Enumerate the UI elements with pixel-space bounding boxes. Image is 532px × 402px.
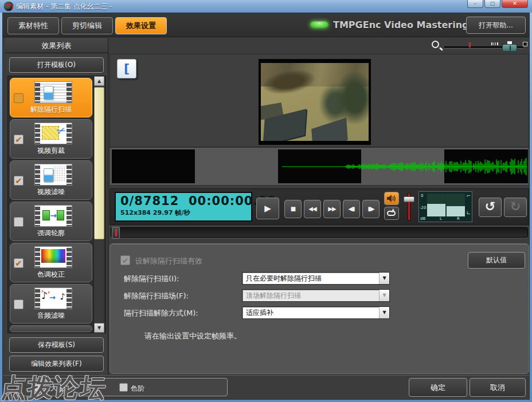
zoom-end-mark <box>523 42 527 46</box>
scroll-up-icon[interactable]: ▲ <box>94 76 104 86</box>
video-crop-icon: ✂ <box>34 123 72 144</box>
color-correction-icon <box>34 246 72 268</box>
meter-bar-right <box>447 194 465 216</box>
play-button[interactable]: ▶ <box>256 198 279 219</box>
list-item-edge-emphasis[interactable]: → 强调轮廓 <box>10 202 92 241</box>
effect-list: 解除隔行扫描 ✔ ✂ 视频剪裁 ✔ 视频滤噪 <box>7 76 106 333</box>
seek-handle[interactable] <box>112 227 120 239</box>
deinterlace-field-select: 顶场解除隔行扫描 ▼ <box>242 289 390 302</box>
video-preview-image <box>261 63 369 141</box>
cancel-button[interactable]: 取消 <box>470 378 526 397</box>
status-led-icon <box>310 21 328 28</box>
video-crop-checkbox[interactable]: ✔ <box>14 135 24 144</box>
volume-slider-handle[interactable] <box>404 196 414 202</box>
magnifier-icon <box>432 41 439 48</box>
list-item-partial[interactable] <box>10 325 92 332</box>
close-button[interactable]: ✕ <box>502 0 528 8</box>
list-item-color-correction[interactable]: ✔ 色调校正 <box>10 243 92 282</box>
loop-icon <box>387 211 396 216</box>
list-item-video-crop[interactable]: ✔ ✂ 视频剪裁 <box>10 119 92 159</box>
tab-effect-settings[interactable]: 效果设置 <box>115 17 167 34</box>
audio-waveform <box>110 149 529 183</box>
open-help-button[interactable]: 打开帮助... <box>466 17 526 34</box>
color-correction-checkbox[interactable]: ✔ <box>14 258 24 268</box>
audio-noise-checkbox[interactable] <box>14 299 24 309</box>
preview-options-group: 放大镜 色阶 <box>17 378 228 396</box>
deinterlace-method-select[interactable]: 适应插补 ▼ <box>242 306 390 319</box>
chevron-down-icon[interactable]: ▼ <box>379 307 389 318</box>
undo-button[interactable]: ↺ <box>479 198 502 217</box>
chevron-down-icon: ▼ <box>379 290 389 301</box>
meter-right-label: R <box>457 216 460 221</box>
speaker-icon <box>386 194 397 203</box>
effect-list-scrollbar[interactable]: ▲ ▼ <box>93 76 104 333</box>
list-item-deinterlace[interactable]: 解除隔行扫描 <box>10 78 92 117</box>
maximize-button[interactable]: ▢ <box>484 0 500 8</box>
loop-button[interactable] <box>384 207 399 220</box>
fast-forward-button[interactable]: ▶▶ <box>323 200 341 218</box>
deinterlace-icon <box>34 81 72 103</box>
preview-area: [ <box>109 54 529 147</box>
audio-mute-button[interactable] <box>384 192 399 205</box>
chevron-down-icon[interactable]: ▼ <box>379 273 389 284</box>
toolbar: 素材特性 剪切编辑 效果设置 TMPGEnc Video Mastering W… <box>3 13 529 37</box>
meter-bracket-bottom: ∟ <box>466 210 471 216</box>
meter-minus20-label: -20 <box>420 206 426 210</box>
edit-effect-list-button[interactable]: 编辑效果列表(F) <box>9 356 104 372</box>
deinterlace-checkbox[interactable] <box>14 93 24 103</box>
ok-button[interactable]: 确定 <box>409 378 467 397</box>
window-title: 编辑素材 - 第二集 点化幺二三 - <box>16 2 112 11</box>
scrollbar-thumb[interactable] <box>94 87 104 239</box>
titlebar[interactable]: 编辑素材 - 第二集 点化幺二三 - – ▢ ✕ <box>0 0 532 13</box>
enable-deinterlace-label: 设解除隔行扫描有效 <box>135 256 202 266</box>
save-template-button[interactable]: 保存模板(S) <box>9 337 104 353</box>
stop-button[interactable]: ■ <box>284 200 302 218</box>
list-item-video-noise[interactable]: ✔ 视频滤噪 <box>10 160 92 200</box>
meter-bracket-top: ⌐ <box>466 193 471 199</box>
enable-deinterlace-checkbox[interactable]: ✔ <box>120 255 130 265</box>
default-values-button[interactable]: 默认值 <box>468 252 525 269</box>
video-noise-checkbox[interactable]: ✔ <box>14 176 24 186</box>
frame-counter: 0/87812 00:00:00.00 512x384 29.97 帧/秒 <box>115 192 252 222</box>
magnifier-checkbox[interactable] <box>32 383 41 392</box>
deinterlace-settings-panel: ✔ 设解除隔行扫描有效 默认值 解除隔行扫描(I): 只在必要时解除隔行扫描 ▼… <box>109 243 529 374</box>
redo-button[interactable]: ↻ <box>504 198 527 217</box>
deinterlace-method-label: 隔行扫描解除方式(M): <box>124 308 198 318</box>
effect-list-header: 效果列表 <box>5 38 108 53</box>
zoom-tick-marks <box>491 42 498 45</box>
audio-noise-icon: ♪⚡⚡→♪ <box>34 287 72 309</box>
next-frame-button[interactable]: ▮▶ <box>362 200 380 218</box>
preview-zoom-bar <box>427 40 527 53</box>
tab-cut-edit[interactable]: 剪切编辑 <box>61 17 113 34</box>
seek-bar[interactable] <box>111 227 528 238</box>
meter-db-label: dB <box>420 216 425 221</box>
volume-slider[interactable] <box>401 191 416 222</box>
edge-emphasis-checkbox[interactable] <box>14 217 24 227</box>
levels-label: 色阶 <box>131 384 144 393</box>
scroll-down-icon[interactable]: ▼ <box>94 323 104 333</box>
video-noise-icon <box>34 164 72 186</box>
tab-clip-properties[interactable]: 素材特性 <box>7 17 59 34</box>
counter-format: 512x384 29.97 帧/秒 <box>120 208 247 217</box>
deinterlace-mode-label: 解除隔行扫描(I): <box>124 274 179 284</box>
open-template-button[interactable]: 打开模板(O) <box>9 57 104 73</box>
meter-left-label: L <box>440 216 442 221</box>
video-frame[interactable] <box>259 59 371 145</box>
list-item-audio-noise[interactable]: ♪⚡⚡→♪ 音频滤噪 <box>10 284 92 324</box>
magnifier-label: 放大镜 <box>44 384 64 393</box>
meter-bar-left <box>427 194 445 216</box>
levels-checkbox[interactable] <box>119 383 128 392</box>
rewind-button[interactable]: ◀◀ <box>304 200 321 218</box>
deinterlace-field-label: 解除隔行扫描场(F): <box>124 291 189 301</box>
deinterlace-mode-select[interactable]: 只在必要时解除隔行扫描 ▼ <box>242 272 390 285</box>
audio-level-meter: 0 -20 dB L R ⌐ ∟ <box>418 191 472 222</box>
meter-zero-label: 0 <box>421 194 423 198</box>
previous-frame-button[interactable]: ◀▮ <box>343 200 360 218</box>
timeline-strip[interactable] <box>109 147 529 186</box>
app-icon <box>4 2 13 11</box>
minimize-button[interactable]: – <box>467 0 483 8</box>
app-frame: 素材特性 剪切编辑 效果设置 TMPGEnc Video Mastering W… <box>2 13 530 400</box>
zoom-slider-handle[interactable] <box>502 44 517 52</box>
counter-frames: 0/87812 <box>120 194 179 208</box>
transport-bar: 0/87812 00:00:00.00 512x384 29.97 帧/秒 ▶ … <box>109 188 529 225</box>
